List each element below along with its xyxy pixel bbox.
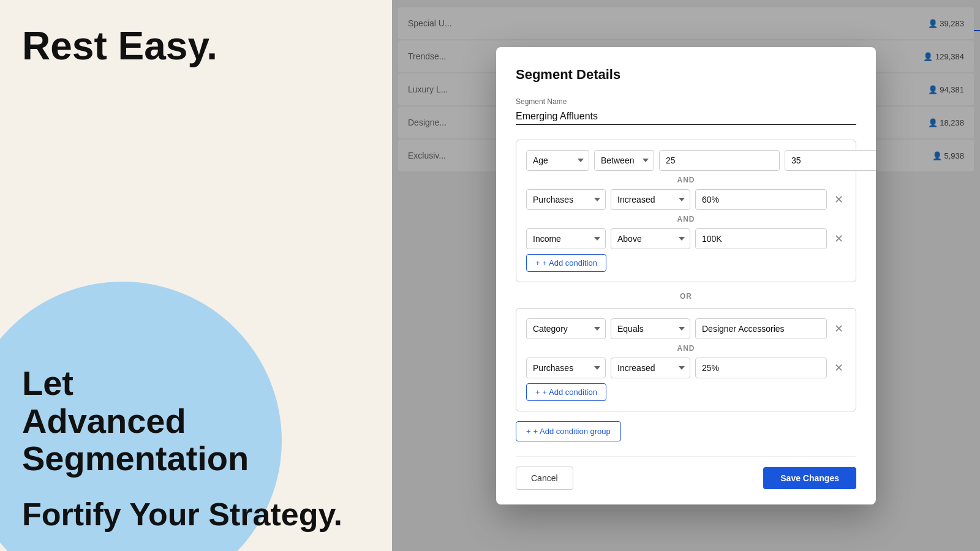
modal-footer: Cancel Save Changes [516, 456, 856, 490]
modal-overlay: Segment Details Segment Name Age Purchas… [392, 0, 980, 551]
mid-title: Let Advanced Segmentation [22, 364, 249, 478]
value-input-purchases-1[interactable] [695, 189, 827, 210]
add-condition-label-2: + Add condition [543, 388, 597, 397]
condition-row-income: Income Age Purchases Category Above Betw… [526, 228, 846, 249]
condition-group-1: Age Purchases Income Category Between Eq… [516, 140, 856, 282]
strategy-text-area: Fortify Your Strategy. [22, 496, 342, 533]
field-select-purchases-2[interactable]: Purchases Age Income Category [526, 358, 606, 378]
segment-name-field: Segment Name [516, 97, 856, 125]
bottom-text-area: Let Advanced Segmentation [22, 364, 249, 478]
and-label-2: AND [526, 215, 846, 223]
remove-condition-category[interactable]: ✕ [832, 323, 846, 334]
and-label-3: AND [526, 344, 846, 353]
cancel-button[interactable]: Cancel [516, 467, 573, 490]
condition-row-category: Category Age Purchases Income Equals Bet… [526, 318, 846, 339]
value-input-income[interactable] [695, 228, 827, 249]
left-panel: Rest Easy. Let Advanced Segmentation For… [0, 0, 392, 551]
operator-select-above[interactable]: Above Between Equals Below Increased [611, 228, 690, 249]
segment-name-label: Segment Name [516, 97, 856, 106]
plus-icon-2: + [535, 388, 540, 397]
hero-title: Rest Easy. [22, 24, 217, 67]
field-select-income[interactable]: Income Age Purchases Category [526, 228, 606, 249]
add-group-label: + Add condition group [533, 427, 611, 436]
segment-details-modal: Segment Details Segment Name Age Purchas… [496, 47, 876, 504]
or-divider: OR [516, 292, 856, 301]
field-select-category[interactable]: Category Age Purchases Income [526, 318, 606, 339]
condition-row-purchases-2: Purchases Age Income Category Increased … [526, 358, 846, 378]
add-condition-group-btn[interactable]: + + Add condition group [516, 421, 621, 441]
condition-row-purchases-1: Purchases Age Income Category Increased … [526, 189, 846, 210]
condition-group-2: Category Age Purchases Income Equals Bet… [516, 308, 856, 411]
plus-icon-group: + [526, 427, 531, 436]
plus-icon-1: + [535, 258, 540, 268]
condition-row-age: Age Purchases Income Category Between Eq… [526, 150, 846, 171]
right-panel: Segments Special U... 👤 39,283 Trendse..… [392, 0, 980, 551]
strategy-title: Fortify Your Strategy. [22, 496, 342, 533]
save-changes-button[interactable]: Save Changes [763, 467, 856, 489]
add-condition-btn-2[interactable]: + + Add condition [526, 383, 606, 401]
hero-text-area: Rest Easy. [22, 24, 217, 67]
remove-condition-purchases-2[interactable]: ✕ [832, 362, 846, 373]
modal-title: Segment Details [516, 67, 856, 83]
field-select-purchases-1[interactable]: Purchases Age Income Category [526, 189, 606, 210]
field-select-age[interactable]: Age Purchases Income Category [526, 150, 589, 171]
remove-condition-purchases-1[interactable]: ✕ [832, 194, 846, 205]
add-condition-btn-1[interactable]: + + Add condition [526, 254, 606, 272]
value-input-age-max[interactable] [785, 150, 876, 171]
value-input-age-min[interactable] [659, 150, 780, 171]
operator-select-between[interactable]: Between Equals Above Below Increased [594, 150, 654, 171]
value-input-category[interactable] [695, 318, 827, 339]
remove-condition-income[interactable]: ✕ [832, 233, 846, 244]
operator-select-equals[interactable]: Equals Between Above Below Increased [611, 318, 690, 339]
value-input-purchases-2[interactable] [695, 358, 827, 378]
and-label-1: AND [526, 176, 846, 184]
segment-name-input[interactable] [516, 108, 856, 125]
operator-select-increased-1[interactable]: Increased Between Equals Above Below [611, 189, 690, 210]
add-condition-label-1: + Add condition [543, 258, 597, 268]
operator-select-increased-2[interactable]: Increased Between Equals Above Below [611, 358, 690, 378]
